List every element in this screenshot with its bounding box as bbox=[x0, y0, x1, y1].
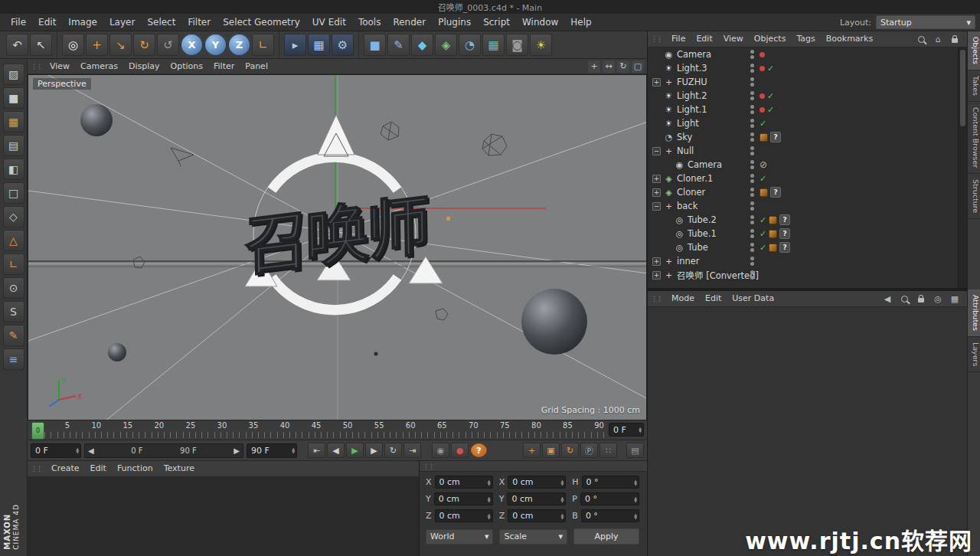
selection-tool-button[interactable]: ↖ bbox=[30, 34, 52, 56]
panel-grip[interactable]: ⋮⋮ bbox=[31, 465, 41, 473]
expander-icon[interactable]: − bbox=[652, 202, 661, 211]
check-tag-icon[interactable]: ✓ bbox=[767, 91, 774, 101]
object-row[interactable]: ☀Light.3✓ bbox=[648, 61, 967, 75]
stepper-icon[interactable]: ▲▼ bbox=[634, 496, 637, 502]
stepper-icon[interactable]: ▲▼ bbox=[292, 447, 295, 453]
object-name[interactable]: inner bbox=[677, 256, 700, 267]
menu-item[interactable]: Select Geometry bbox=[217, 14, 306, 31]
visibility-dots[interactable] bbox=[750, 201, 754, 211]
target-icon[interactable]: ◎ bbox=[933, 293, 943, 304]
visibility-dots[interactable] bbox=[750, 174, 754, 183]
visibility-dots[interactable] bbox=[750, 105, 754, 114]
paint-setup-button[interactable]: ✎ bbox=[3, 325, 24, 346]
object-name[interactable]: Tube.1 bbox=[688, 228, 717, 239]
panel-grip[interactable]: ⋮⋮ bbox=[651, 35, 662, 43]
menu-item[interactable]: Edit bbox=[32, 14, 62, 31]
history-back-icon[interactable]: ◀ bbox=[882, 293, 893, 304]
object-row[interactable]: ☀Light.1✓ bbox=[648, 103, 967, 116]
search-icon[interactable] bbox=[899, 293, 910, 304]
tex-tag-icon[interactable] bbox=[769, 244, 777, 252]
camera-object-icon[interactable]: ◉ bbox=[663, 50, 675, 60]
check-tag-icon[interactable]: ✓ bbox=[760, 215, 766, 225]
record-parameter-toggle[interactable]: Ⓟ bbox=[580, 443, 598, 458]
object-row[interactable]: +◈Cloner.1✓ bbox=[648, 172, 967, 185]
range-end-field[interactable]: 90 F ▲▼ bbox=[247, 443, 297, 458]
rotate-view-icon[interactable]: ↻ bbox=[617, 61, 629, 73]
object-row[interactable]: ++FUZHU bbox=[648, 75, 967, 89]
material-menu-item[interactable]: Edit bbox=[85, 461, 112, 476]
visibility-dots[interactable] bbox=[750, 215, 754, 224]
cloner-object-icon[interactable]: ◈ bbox=[663, 188, 675, 198]
polygons-mode-button[interactable]: △ bbox=[3, 230, 24, 251]
viewport-tweak-button[interactable]: ⊙ bbox=[3, 277, 24, 299]
tex-tag-icon[interactable] bbox=[769, 216, 777, 224]
attribute-manager-menu-item[interactable]: User Data bbox=[727, 291, 779, 306]
side-tab[interactable]: Content Browser bbox=[968, 102, 980, 174]
material-menu-item[interactable]: Function bbox=[112, 461, 158, 476]
range-right-arrow-icon[interactable]: ▶ bbox=[234, 446, 240, 455]
question-tag-icon[interactable]: ? bbox=[779, 242, 790, 253]
visibility-dots[interactable] bbox=[750, 91, 754, 100]
tex-tag-icon[interactable] bbox=[760, 188, 768, 197]
visibility-dots[interactable] bbox=[750, 229, 754, 238]
menu-item[interactable]: File bbox=[5, 14, 32, 31]
scale-tool[interactable]: ↘ bbox=[109, 34, 132, 56]
object-name[interactable]: Tube bbox=[688, 242, 708, 253]
null-object-icon[interactable]: + bbox=[663, 146, 675, 156]
add-floor-menu[interactable]: ▦ bbox=[482, 34, 505, 56]
keyframe-selection-button[interactable]: ? bbox=[470, 443, 488, 458]
visibility-dots[interactable] bbox=[750, 50, 754, 59]
menu-item[interactable]: Filter bbox=[181, 14, 217, 31]
visibility-dots[interactable] bbox=[750, 77, 754, 87]
gradient-mode-button[interactable]: ▨ bbox=[3, 64, 24, 85]
light-object-icon[interactable]: ☀ bbox=[663, 91, 675, 101]
object-name[interactable]: FUZHU bbox=[677, 77, 707, 87]
side-tab[interactable]: Takes bbox=[968, 70, 980, 102]
object-name[interactable]: Sky bbox=[677, 132, 692, 142]
viewport-menu-item[interactable]: Display bbox=[123, 59, 165, 74]
preview-range-slider[interactable]: ◀ 0 F 90 F ▶ bbox=[84, 443, 243, 458]
stepper-icon[interactable]: ▲▼ bbox=[560, 479, 564, 486]
menu-item[interactable]: UV Edit bbox=[306, 14, 352, 31]
object-row[interactable]: ◉Camera⊘ bbox=[648, 158, 967, 172]
coordinate-input[interactable]: 0 cm ▲▼ bbox=[434, 492, 493, 505]
object-manager-menu-item[interactable]: Tags bbox=[791, 31, 820, 47]
lock-icon[interactable] bbox=[916, 293, 926, 304]
camera-object-icon[interactable]: ◉ bbox=[674, 160, 685, 170]
coordinate-system-button[interactable]: ∟ bbox=[252, 34, 274, 56]
visibility-dots[interactable] bbox=[750, 160, 754, 169]
check-tag-icon[interactable]: ✓ bbox=[760, 119, 766, 129]
enable-axis-button[interactable]: ∟ bbox=[3, 253, 24, 275]
expander-icon[interactable]: + bbox=[652, 257, 661, 266]
object-row[interactable]: ++inner bbox=[648, 254, 967, 268]
object-manager-menu-item[interactable]: Bookmarks bbox=[821, 31, 878, 47]
expander-icon[interactable]: − bbox=[652, 147, 661, 155]
play-button[interactable]: ▶ bbox=[346, 443, 364, 458]
object-row[interactable]: −+back bbox=[648, 199, 967, 213]
grid-icon[interactable]: ▦ bbox=[949, 293, 960, 304]
expander-icon[interactable]: + bbox=[652, 271, 661, 280]
object-row[interactable]: ++召唤师 [Converted] bbox=[648, 268, 967, 282]
material-list-empty[interactable] bbox=[28, 477, 419, 556]
viewport-canvas[interactable]: 召唤师 召唤师 bbox=[28, 74, 647, 420]
lock-icon[interactable] bbox=[949, 34, 960, 44]
tube-object-icon[interactable]: ◎ bbox=[674, 243, 685, 253]
sphere-object[interactable] bbox=[108, 343, 126, 361]
current-frame-marker[interactable]: 0 bbox=[31, 422, 44, 440]
visibility-dots[interactable] bbox=[750, 146, 754, 155]
side-tab[interactable]: Structure bbox=[968, 174, 980, 219]
menu-item[interactable]: Plugins bbox=[432, 14, 477, 31]
coordinate-input[interactable]: 0 cm ▲▼ bbox=[508, 509, 566, 522]
question-tag-icon[interactable]: ? bbox=[770, 187, 781, 198]
visibility-dots[interactable] bbox=[750, 243, 754, 252]
render-region-button[interactable]: ▦ bbox=[308, 34, 330, 56]
object-manager-menu-item[interactable]: Edit bbox=[691, 31, 717, 47]
lock-y-axis-button[interactable]: Y bbox=[204, 34, 227, 56]
object-row[interactable]: ☀Light✓ bbox=[648, 116, 967, 130]
check-tag-icon[interactable]: ✓ bbox=[767, 105, 774, 115]
object-manager-menu-item[interactable]: View bbox=[718, 31, 749, 47]
record-keyframe-button[interactable]: ◉ bbox=[432, 443, 449, 458]
edges-mode-button[interactable]: ◇ bbox=[3, 206, 24, 227]
viewport-menu-item[interactable]: Filter bbox=[208, 59, 240, 74]
menu-item[interactable]: Layer bbox=[103, 14, 141, 31]
